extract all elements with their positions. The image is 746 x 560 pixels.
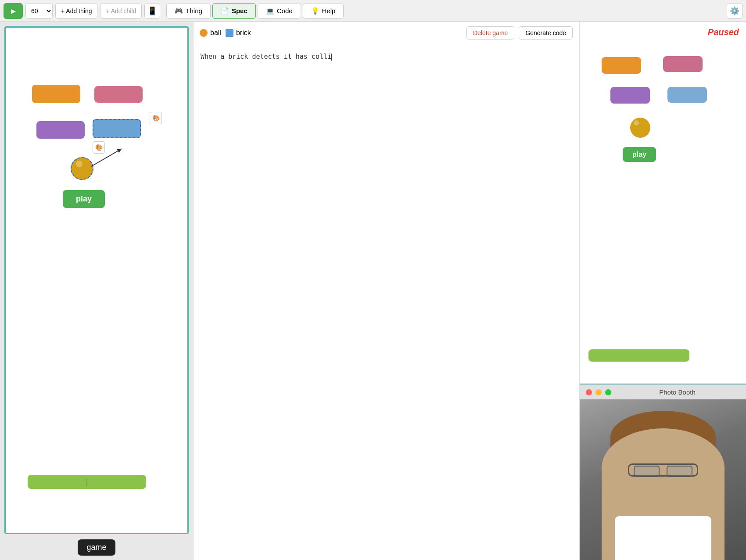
game-label-area: game bbox=[4, 539, 189, 556]
face-container bbox=[602, 411, 724, 560]
photo-booth-title: Photo Booth bbox=[659, 388, 696, 396]
help-tab-icon: 💡 bbox=[311, 7, 319, 15]
preview-orange-brick bbox=[602, 57, 641, 74]
spec-editor[interactable]: When a brick detects it has colli bbox=[194, 44, 579, 560]
brick-badge: brick bbox=[226, 29, 251, 37]
left-panel: play 🎨 🎨 game bbox=[0, 22, 193, 560]
shirt bbox=[615, 516, 711, 560]
preview-pink-brick bbox=[663, 56, 703, 72]
photo-booth-content bbox=[580, 399, 746, 560]
blue-brick-selected[interactable] bbox=[93, 119, 141, 138]
preview-paddle bbox=[588, 349, 689, 362]
preview-play-button[interactable]: play bbox=[623, 147, 656, 162]
gear-button[interactable]: ⚙️ bbox=[727, 3, 742, 19]
photo-booth-header: Photo Booth bbox=[580, 384, 746, 399]
tab-help[interactable]: 💡 Help bbox=[303, 3, 344, 19]
orange-brick[interactable] bbox=[32, 85, 80, 103]
delete-game-button[interactable]: Delete game bbox=[466, 26, 514, 39]
tab-code[interactable]: 💻 Code bbox=[258, 3, 301, 19]
paused-label: Paused bbox=[708, 27, 739, 37]
nav-tabs: 🎮 Thing 📄 Spec 💻 Code 💡 Help bbox=[166, 3, 345, 19]
preview-purple-brick bbox=[610, 87, 650, 104]
photo-booth: Photo Booth bbox=[580, 384, 746, 560]
code-tab-icon: 💻 bbox=[266, 7, 274, 15]
thing-tab-label: Thing bbox=[186, 7, 202, 14]
tab-spec[interactable]: 📄 Spec bbox=[212, 3, 256, 19]
brick-badge-icon bbox=[226, 29, 233, 37]
window-dot-green[interactable] bbox=[605, 389, 611, 395]
preview-blue-brick bbox=[667, 87, 707, 103]
help-tab-label: Help bbox=[322, 7, 336, 14]
right-panel: Paused play Photo Booth bbox=[579, 22, 746, 560]
tab-thing[interactable]: 🎮 Thing bbox=[166, 3, 211, 19]
ball-badge-label: ball bbox=[210, 29, 221, 37]
glasses bbox=[628, 463, 698, 477]
add-thing-button[interactable]: + Add thing bbox=[55, 3, 97, 19]
pink-brick[interactable] bbox=[94, 86, 143, 103]
purple-brick[interactable] bbox=[36, 121, 85, 139]
ball-badge-icon bbox=[200, 29, 208, 37]
add-child-button[interactable]: + Add child bbox=[100, 3, 142, 19]
window-dot-yellow[interactable] bbox=[595, 389, 602, 395]
palette-icon-1[interactable]: 🎨 bbox=[150, 112, 162, 124]
text-cursor bbox=[331, 54, 332, 61]
window-dot-red[interactable] bbox=[586, 389, 592, 395]
paddle[interactable] bbox=[28, 475, 146, 489]
canvas-play-button[interactable]: play bbox=[63, 190, 105, 208]
webcam-feed bbox=[580, 399, 746, 560]
spec-text: When a brick detects it has colli bbox=[201, 53, 331, 61]
generate-code-button[interactable]: Generate code bbox=[519, 26, 573, 39]
play-button[interactable] bbox=[4, 3, 23, 19]
preview-area: Paused play bbox=[580, 22, 746, 384]
spec-tab-label: Spec bbox=[232, 7, 247, 14]
spec-tab-icon: 📄 bbox=[221, 7, 229, 15]
ball-object[interactable] bbox=[71, 157, 93, 180]
main-area: play 🎨 🎨 game ball brick Delete game Gen… bbox=[0, 22, 746, 560]
palette-icon-2[interactable]: 🎨 bbox=[93, 141, 105, 154]
toolbar: 60 30 120 + Add thing + Add child 📱 🎮 Th… bbox=[0, 0, 746, 22]
game-canvas[interactable]: play 🎨 🎨 bbox=[4, 26, 189, 534]
spec-toolbar: ball brick Delete game Generate code bbox=[194, 22, 579, 44]
code-tab-label: Code bbox=[277, 7, 293, 14]
preview-ball bbox=[630, 118, 650, 138]
ball-badge: ball bbox=[200, 29, 221, 37]
fps-select[interactable]: 60 30 120 bbox=[25, 3, 53, 19]
middle-panel: ball brick Delete game Generate code Whe… bbox=[193, 22, 579, 560]
thing-tab-icon: 🎮 bbox=[175, 7, 183, 15]
mobile-button[interactable]: 📱 bbox=[144, 3, 160, 19]
game-label-box: game bbox=[78, 539, 115, 556]
brick-badge-label: brick bbox=[236, 29, 251, 37]
